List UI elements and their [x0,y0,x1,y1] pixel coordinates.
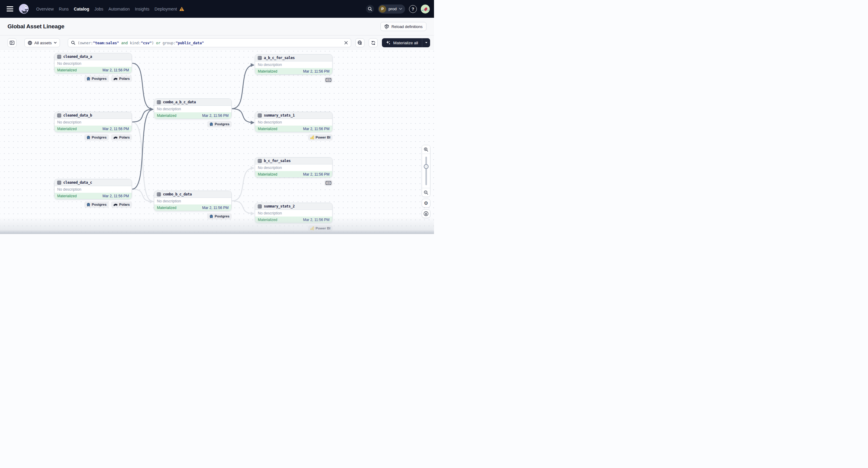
kind-tag-postgres[interactable]: Postgres [207,121,231,127]
page-title: Global Asset Lineage [7,23,64,30]
powerbi-icon [310,226,314,230]
asset-timestamp[interactable]: Mar 2, 11:56 PM [303,218,330,222]
help-icon[interactable]: ? [409,5,417,13]
asset-name: cleaned_data_a [63,55,92,59]
sparkles-icon [386,40,391,45]
asset-tags-cleaned_data_b: PostgresPolars [54,134,132,141]
asset-node-header: a_b_c_for_sales [255,55,332,61]
asset-timestamp[interactable]: Mar 2, 11:56 PM [303,127,330,131]
asset-node-header: cleaned_data_c [55,179,132,186]
graph-settings-button[interactable]: ⚙ [422,199,430,208]
kind-tag-powerbi[interactable]: Power BI [308,225,333,231]
asset-node-cleaned_data_a[interactable]: cleaned_data_aNo descriptionMaterialized… [54,53,132,73]
nav-item-jobs[interactable]: Jobs [94,7,103,11]
share-filter-button[interactable] [355,38,365,47]
dagster-logo-icon[interactable] [18,3,30,15]
asset-status: Materialized [258,218,277,222]
refresh-button[interactable] [369,38,378,47]
asset-timestamp[interactable]: Mar 2, 11:56 PM [303,69,330,73]
asset-node-header: b_c_for_sales [255,157,332,164]
nav-item-automation[interactable]: Automation [108,7,130,11]
asset-timestamp[interactable]: Mar 2, 11:56 PM [303,172,330,177]
zoom-out-button[interactable] [422,188,430,197]
kind-tag-powerbi[interactable]: Power BI [308,134,333,141]
search-icon[interactable] [366,5,374,13]
asset-node-header: combo_a_b_c_data [154,99,231,106]
zoom-in-icon [424,147,428,152]
kind-tag-postgres[interactable]: Postgres [84,75,109,82]
asset-timestamp[interactable]: Mar 2, 11:56 PM [102,127,129,131]
asset-scope-dropdown[interactable]: All assets [24,38,60,47]
reload-definitions-button[interactable]: Reload definitions [380,22,427,31]
materialize-all-button[interactable]: Materialize all [382,38,422,47]
asset-filter-input[interactable]: (owner:"team:sales" and kind:"csv") or g… [68,38,351,47]
asset-name: b_c_for_sales [264,159,291,163]
asset-node-cleaned_data_b[interactable]: cleaned_data_bNo descriptionMaterialized… [54,112,132,132]
panel-open-icon [10,40,14,45]
sidebar-toggle-button[interactable] [7,38,17,47]
environment-name: prod [389,7,397,11]
nav-item-runs[interactable]: Runs [59,7,69,11]
table-icon [57,181,61,185]
kind-tag-postgres[interactable]: Postgres [207,213,231,219]
gear-icon: ⚙ [424,201,428,206]
kind-tag-label: Postgres [215,214,229,218]
kind-tag-polars[interactable]: Polars [111,134,132,141]
lineage-canvas[interactable]: cleaned_data_aNo descriptionMaterialized… [0,50,434,234]
menu-icon[interactable] [7,6,13,11]
user-avatar[interactable] [421,4,430,13]
asset-timestamp[interactable]: Mar 2, 11:56 PM [102,68,129,72]
download-image-button[interactable] [422,209,430,218]
zoom-in-button[interactable] [422,145,430,154]
kind-tag-label: Polars [119,135,130,139]
asset-status: Materialized [157,206,177,210]
asset-tags-summary_stats_2: Power BI [255,225,333,231]
query-segment: "team:sales" [93,41,119,45]
asset-node-summary_stats_1[interactable]: summary_stats_1No descriptionMaterialize… [255,112,333,132]
asset-name: combo_b_c_data [163,192,192,196]
kind-tag-postgres[interactable]: Postgres [84,201,109,208]
zoom-slider[interactable] [422,154,430,188]
kind-tag-polars[interactable]: Polars [111,75,132,82]
download-icon [424,211,429,216]
zoom-slider-handle[interactable] [424,164,429,169]
kind-tag-postgres[interactable]: Postgres [84,134,109,141]
table-icon [157,100,161,104]
kind-tag-csv[interactable]: CSV [324,77,333,83]
asset-node-b_c_for_sales[interactable]: b_c_for_salesNo descriptionMaterializedM… [255,157,333,178]
table-icon [57,114,61,118]
asset-timestamp[interactable]: Mar 2, 11:56 PM [102,194,129,198]
asset-timestamp[interactable]: Mar 2, 11:56 PM [202,206,228,210]
asset-node-combo_a_b_c_data[interactable]: combo_a_b_c_dataNo descriptionMaterializ… [154,98,231,119]
asset-node-body: No description [55,119,132,126]
csv-icon: CSV [326,181,331,185]
asset-tags-summary_stats_1: Power BI [255,134,333,141]
materialize-all-split-button: Materialize all [382,38,430,47]
environment-switcher[interactable]: P prod [378,4,405,13]
nav-item-deployment[interactable]: Deployment [155,7,184,11]
asset-node-body: No description [255,119,332,126]
page-header: Global Asset Lineage Reload definitions [0,18,434,35]
nav-item-label: Jobs [94,7,103,11]
asset-timestamp[interactable]: Mar 2, 11:56 PM [202,114,228,118]
asset-node-summary_stats_2[interactable]: summary_stats_2No descriptionMaterialize… [255,203,333,223]
kind-tag-csv[interactable]: CSV [324,180,333,186]
asset-description: No description [258,120,282,124]
nav-item-label: Automation [108,7,130,11]
asset-node-cleaned_data_c[interactable]: cleaned_data_cNo descriptionMaterialized… [54,179,132,199]
edge-cleaned_data_a-to-combo_a_b_c_data [132,63,153,109]
nav-item-overview[interactable]: Overview [36,7,54,11]
asset-node-a_b_c_for_sales[interactable]: a_b_c_for_salesNo descriptionMaterialize… [255,54,333,75]
asset-node-body: No description [154,198,231,205]
materialize-options-button[interactable] [422,38,430,47]
asset-node-footer: MaterializedMar 2, 11:56 PM [255,68,332,75]
clear-filter-icon[interactable] [344,41,348,44]
nav-item-insights[interactable]: Insights [135,7,149,11]
nav-item-label: Catalog [74,7,89,11]
kind-tag-polars[interactable]: Polars [111,201,132,208]
asset-description: No description [157,107,181,111]
nav-item-label: Deployment [155,7,177,11]
svg-text:CSV: CSV [327,79,331,81]
nav-item-catalog[interactable]: Catalog [74,7,89,11]
asset-node-combo_b_c_data[interactable]: combo_b_c_dataNo descriptionMaterialized… [154,191,231,211]
